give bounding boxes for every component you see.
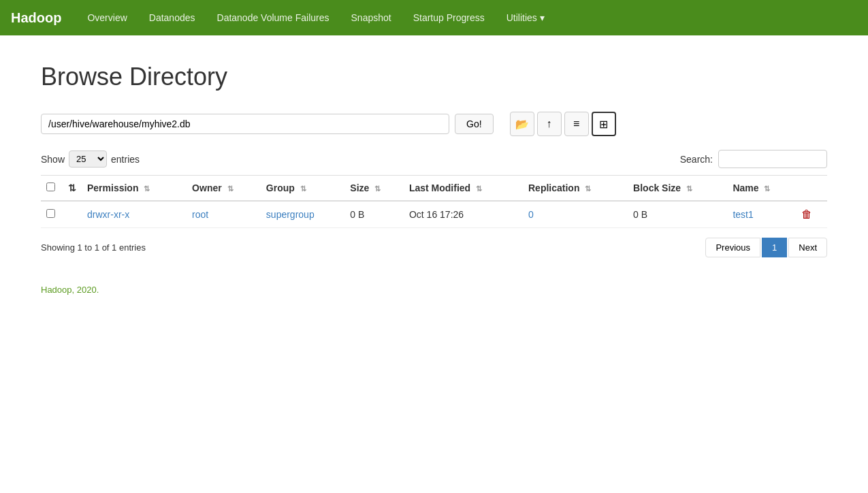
replication-header-label: Replication bbox=[528, 182, 579, 193]
select-all-checkbox[interactable] bbox=[46, 182, 55, 191]
row-block-size: 0 B bbox=[628, 201, 727, 228]
up-icon-button[interactable]: ↑ bbox=[537, 112, 562, 136]
replication-sort-icon: ⇅ bbox=[585, 185, 591, 193]
nav-datanodes[interactable]: Datanodes bbox=[140, 7, 205, 29]
group-sort-icon: ⇅ bbox=[300, 185, 306, 193]
block-size-sort-icon: ⇅ bbox=[686, 185, 692, 193]
next-button[interactable]: Next bbox=[788, 238, 827, 257]
block-size-header-label: Block Size bbox=[633, 182, 681, 193]
col-last-modified[interactable]: Last Modified ⇅ bbox=[404, 176, 523, 202]
row-name: test1 bbox=[727, 201, 796, 228]
group-header-label: Group bbox=[266, 182, 295, 193]
showing-from: 1 bbox=[77, 242, 82, 253]
delete-icon-button[interactable]: 🗑 bbox=[801, 208, 812, 220]
last-modified-header-label: Last Modified bbox=[409, 182, 470, 193]
search-label: Search: bbox=[680, 154, 713, 165]
main-content: Browse Directory Go! 📂 ↑ ≡ ⊞ Show 10 25 bbox=[0, 35, 868, 322]
col-name[interactable]: Name ⇅ bbox=[727, 176, 796, 202]
list-icon: ≡ bbox=[573, 118, 579, 130]
entries-label: entries bbox=[111, 154, 140, 165]
owner-link[interactable]: root bbox=[192, 209, 208, 220]
table-row: drwxr-xr-x root supergroup 0 B Oct 16 17… bbox=[41, 201, 827, 228]
col-checkbox bbox=[41, 176, 63, 202]
owner-sort-icon: ⇅ bbox=[227, 185, 234, 193]
owner-header-label: Owner bbox=[192, 182, 222, 193]
navbar: Hadoop Overview Datanodes Datanode Volum… bbox=[0, 0, 868, 35]
path-bar: Go! 📂 ↑ ≡ ⊞ bbox=[41, 112, 827, 136]
col-block-size[interactable]: Block Size ⇅ bbox=[628, 176, 727, 202]
table-controls: Show 10 25 50 100 entries Search: bbox=[41, 150, 827, 168]
row-owner: root bbox=[187, 201, 261, 228]
col-owner[interactable]: Owner ⇅ bbox=[187, 176, 261, 202]
row-checkbox-cell bbox=[41, 201, 63, 228]
row-icon-cell bbox=[63, 201, 82, 228]
permission-link[interactable]: drwxr-xr-x bbox=[87, 209, 129, 220]
nav-snapshot[interactable]: Snapshot bbox=[342, 7, 401, 29]
col-replication[interactable]: Replication ⇅ bbox=[523, 176, 628, 202]
nav-startup-progress[interactable]: Startup Progress bbox=[404, 7, 494, 29]
row-permission: drwxr-xr-x bbox=[82, 201, 187, 228]
page-1-button[interactable]: 1 bbox=[762, 238, 787, 257]
pagination-info: Showing 1 to 1 of 1 entries bbox=[41, 242, 146, 253]
brand-logo[interactable]: Hadoop bbox=[11, 10, 61, 26]
folder-icon: 📂 bbox=[515, 118, 529, 131]
name-link[interactable]: test1 bbox=[733, 209, 753, 220]
pagination-row: Showing 1 to 1 of 1 entries Previous 1 N… bbox=[41, 238, 827, 257]
list-view-button[interactable]: ≡ bbox=[564, 112, 589, 136]
pagination-buttons: Previous 1 Next bbox=[705, 238, 827, 257]
row-last-modified: Oct 16 17:26 bbox=[404, 201, 523, 228]
row-checkbox[interactable] bbox=[46, 209, 55, 218]
name-header-label: Name bbox=[733, 182, 758, 193]
icon-buttons: 📂 ↑ ≡ ⊞ bbox=[510, 112, 616, 136]
nav-links: Overview Datanodes Datanode Volume Failu… bbox=[78, 7, 553, 29]
search-input[interactable] bbox=[718, 150, 827, 168]
showing-of: of bbox=[99, 242, 112, 253]
row-replication: 0 bbox=[523, 201, 628, 228]
name-sort-icon: ⇅ bbox=[764, 185, 770, 193]
table-header-row: ⇅ Permission ⇅ Owner ⇅ Group ⇅ Size ⇅ bbox=[41, 176, 827, 202]
folder-icon-button[interactable]: 📂 bbox=[510, 112, 534, 136]
sort-icon: ⇅ bbox=[68, 182, 76, 193]
size-sort-icon: ⇅ bbox=[374, 185, 381, 193]
directory-table: ⇅ Permission ⇅ Owner ⇅ Group ⇅ Size ⇅ bbox=[41, 175, 827, 228]
col-permission[interactable]: Permission ⇅ bbox=[82, 176, 187, 202]
show-entries: Show 10 25 50 100 entries bbox=[41, 150, 140, 168]
size-header-label: Size bbox=[350, 182, 369, 193]
grid-icon: ⊞ bbox=[599, 118, 608, 131]
permission-header-label: Permission bbox=[87, 182, 138, 193]
group-link[interactable]: supergroup bbox=[266, 209, 315, 220]
last-modified-sort-icon: ⇅ bbox=[476, 185, 482, 193]
entries-select[interactable]: 10 25 50 100 bbox=[69, 150, 107, 168]
footer: Hadoop, 2020. bbox=[41, 285, 827, 295]
go-button[interactable]: Go! bbox=[455, 114, 494, 134]
showing-to: 1 bbox=[95, 242, 99, 253]
col-group[interactable]: Group ⇅ bbox=[261, 176, 344, 202]
row-delete-cell: 🗑 bbox=[796, 201, 827, 228]
col-size[interactable]: Size ⇅ bbox=[344, 176, 404, 202]
showing-prefix: Showing bbox=[41, 242, 77, 253]
col-actions bbox=[796, 176, 827, 202]
nav-utilities[interactable]: Utilities ▾ bbox=[497, 7, 554, 29]
nav-overview[interactable]: Overview bbox=[78, 7, 136, 29]
showing-suffix: entries bbox=[116, 242, 146, 253]
showing-to-separator: to bbox=[82, 242, 95, 253]
row-size: 0 B bbox=[344, 201, 404, 228]
dropdown-arrow-icon: ▾ bbox=[540, 12, 545, 23]
footer-text: Hadoop, 2020. bbox=[41, 285, 99, 295]
previous-button[interactable]: Previous bbox=[705, 238, 760, 257]
grid-view-button[interactable]: ⊞ bbox=[592, 112, 616, 136]
replication-link[interactable]: 0 bbox=[528, 209, 534, 220]
show-label: Show bbox=[41, 154, 65, 165]
nav-datanode-volume-failures[interactable]: Datanode Volume Failures bbox=[208, 7, 339, 29]
col-sort-icon[interactable]: ⇅ bbox=[63, 176, 82, 202]
search-box: Search: bbox=[680, 150, 827, 168]
row-group: supergroup bbox=[261, 201, 344, 228]
permission-sort-icon: ⇅ bbox=[144, 185, 150, 193]
path-input[interactable] bbox=[41, 114, 449, 134]
page-title: Browse Directory bbox=[41, 63, 827, 91]
up-arrow-icon: ↑ bbox=[547, 118, 552, 130]
